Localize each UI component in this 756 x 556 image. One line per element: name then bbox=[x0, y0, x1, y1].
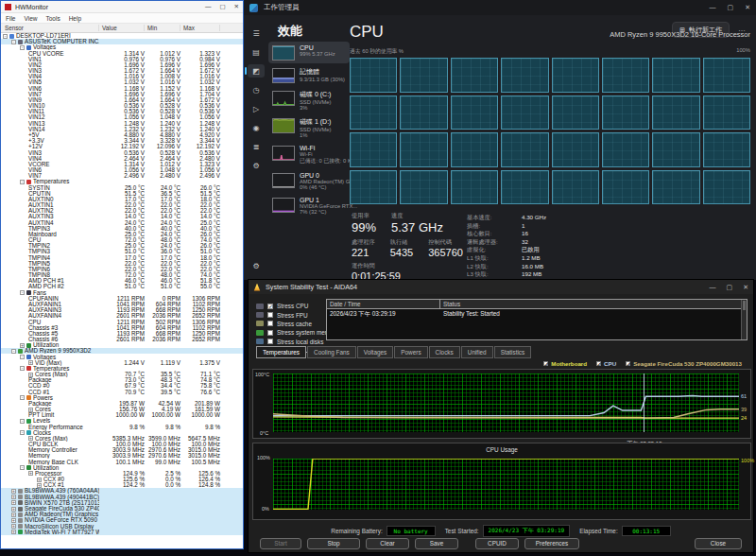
expand-icon[interactable]: + bbox=[11, 495, 16, 499]
expand-icon[interactable]: + bbox=[11, 500, 16, 505]
performance-sidebar: CPU99% 5.37 GHz記憶體9.3/31.3 GB (30%)磁碟 0 … bbox=[268, 42, 350, 218]
expand-icon[interactable]: + bbox=[28, 436, 33, 441]
tab-statistics[interactable]: Statistics bbox=[494, 346, 532, 358]
checkbox-icon[interactable] bbox=[267, 312, 273, 318]
device-row[interactable]: +MediaTek Wi-Fi 7 MT7927 Wireless LAN Ca… bbox=[1, 530, 243, 535]
log-row[interactable]: 2026/4/23 下午 03:29:19Stability Test: Sta… bbox=[327, 309, 747, 318]
expand-icon[interactable]: + bbox=[28, 471, 33, 476]
sensor-row[interactable]: VIN72.496 V2.480 V2.496 V bbox=[1, 173, 243, 179]
processes-icon[interactable]: ▤ bbox=[248, 45, 265, 59]
expand-icon[interactable]: + bbox=[11, 507, 16, 512]
tab-voltages[interactable]: Voltages bbox=[357, 346, 394, 358]
menu-icon[interactable]: ☰ bbox=[248, 26, 265, 40]
sidebar-item-wi-fi[interactable]: Wi-FiWi-Fi已傳送: 0 已接收: 0 Kbps bbox=[268, 142, 350, 168]
expand-icon[interactable]: + bbox=[11, 530, 16, 534]
preferences-button[interactable]: Preferences bbox=[524, 538, 579, 549]
cpuid-button[interactable]: CPUID bbox=[475, 538, 519, 549]
sensor-row[interactable]: PPT Limit1000.00 W1000.00 W1000.00 W bbox=[1, 412, 243, 418]
sensor-row[interactable]: CCD #170.9 °C39.5 °C76.6 °C bbox=[1, 389, 243, 394]
column-sensor[interactable]: Sensor bbox=[1, 25, 99, 31]
expand-icon[interactable]: + bbox=[11, 513, 16, 517]
expand-icon[interactable]: + bbox=[28, 408, 33, 412]
sidebar-item-gpu-1[interactable]: GPU 1NVIDIA GeForce RTX...7% (32 °C) bbox=[268, 194, 350, 217]
log-scrollbar[interactable] bbox=[741, 300, 747, 339]
clear-button[interactable]: Clear bbox=[366, 538, 409, 549]
collapse-icon[interactable]: - bbox=[11, 349, 16, 354]
column-min[interactable]: Min bbox=[145, 25, 180, 31]
tab-cooling-fans[interactable]: Cooling Fans bbox=[307, 346, 356, 358]
stat-value: 365760 bbox=[428, 247, 463, 258]
sidebar-item--[interactable]: 記憶體9.3/31.3 GB (30%) bbox=[268, 64, 350, 86]
app-history-icon[interactable]: ◷ bbox=[248, 83, 265, 96]
column-value[interactable]: Value bbox=[99, 25, 145, 31]
collapse-icon[interactable]: - bbox=[20, 45, 25, 50]
max-cell: 2.496 V bbox=[180, 173, 220, 179]
expand-icon[interactable]: + bbox=[28, 360, 33, 365]
expand-icon[interactable]: + bbox=[20, 343, 25, 348]
collapse-icon[interactable]: - bbox=[20, 366, 25, 371]
details-icon[interactable]: ≣ bbox=[248, 140, 265, 153]
checkbox-icon[interactable] bbox=[267, 330, 273, 336]
collapse-icon[interactable]: - bbox=[11, 40, 16, 44]
services-icon[interactable]: ⚙ bbox=[248, 159, 265, 172]
checkbox-icon[interactable] bbox=[267, 339, 273, 344]
menu-item-view[interactable]: View bbox=[24, 15, 37, 22]
expand-icon[interactable]: + bbox=[37, 478, 42, 482]
expand-icon[interactable]: + bbox=[11, 489, 16, 494]
minimize-icon[interactable]: — bbox=[710, 4, 716, 11]
settings-icon[interactable]: ⚙ bbox=[248, 259, 265, 272]
expand-icon[interactable]: + bbox=[11, 518, 16, 523]
performance-icon[interactable]: ◩ bbox=[248, 64, 265, 78]
tab-unified[interactable]: Unified bbox=[461, 346, 493, 358]
tab-temperatures[interactable]: Temperatures bbox=[256, 346, 306, 358]
minimize-icon[interactable]: — bbox=[710, 284, 716, 291]
sensor-row[interactable]: Energy Performance9.8 %9.8 %9.8 % bbox=[1, 425, 243, 430]
menu-item-tools[interactable]: Tools bbox=[45, 15, 60, 22]
users-icon[interactable]: ◉ bbox=[248, 121, 265, 134]
menu-item-help[interactable]: Help bbox=[69, 15, 81, 22]
expand-icon[interactable]: + bbox=[28, 373, 33, 377]
menu-item-file[interactable]: File bbox=[6, 15, 15, 22]
sensor-row[interactable]: Memory Base CLK100.1 MHz99.0 MHz100.5 MH… bbox=[1, 460, 243, 465]
sidebar-item-gpu-0[interactable]: GPU 0AMD Radeon(TM) Gr...0% (46 °C) bbox=[268, 169, 350, 193]
legend-checkbox-icon[interactable]: ✓ bbox=[596, 361, 601, 366]
expand-icon[interactable]: + bbox=[11, 524, 16, 529]
sidebar-item--1-d-[interactable]: 磁碟 1 (D:)SSD (NVMe)1% bbox=[268, 114, 350, 141]
legend-checkbox-icon[interactable]: ✓ bbox=[626, 361, 630, 366]
checkbox-checked-icon[interactable]: ✓ bbox=[267, 304, 273, 309]
sensor-row[interactable]: +VID (Max)1.244 V1.119 V1.375 V bbox=[1, 360, 243, 366]
close-icon[interactable]: ✕ bbox=[743, 284, 748, 291]
sensor-name: VIN9 bbox=[28, 97, 42, 103]
maximize-icon[interactable]: ▢ bbox=[219, 3, 225, 10]
close-button[interactable]: Close bbox=[695, 538, 742, 549]
collapse-icon[interactable]: - bbox=[20, 355, 25, 359]
startup-apps-icon[interactable]: ▷ bbox=[248, 102, 265, 115]
expand-icon[interactable]: + bbox=[37, 483, 42, 488]
sidebar-item-cpu[interactable]: CPU99% 5.37 GHz bbox=[268, 42, 350, 63]
collapse-icon[interactable]: - bbox=[3, 34, 8, 39]
tab-clocks[interactable]: Clocks bbox=[429, 346, 460, 358]
maximize-icon[interactable]: ▢ bbox=[728, 4, 734, 11]
collapse-icon[interactable]: - bbox=[20, 419, 25, 424]
close-icon[interactable]: ✕ bbox=[234, 3, 239, 10]
collapse-icon[interactable]: - bbox=[20, 180, 25, 184]
sensor-name-cell: +MediaTek Wi-Fi 7 MT7927 Wireless LAN Ca… bbox=[1, 530, 99, 535]
collapse-icon[interactable]: - bbox=[20, 430, 25, 435]
collapse-icon[interactable]: - bbox=[20, 465, 25, 470]
sensor-row[interactable]: Chassis #62601 RPM2036 RPM2652 RPM bbox=[1, 337, 243, 342]
save-button[interactable]: Save bbox=[415, 538, 458, 549]
maximize-icon[interactable]: ▢ bbox=[727, 284, 733, 291]
sidebar-item--0-c-[interactable]: 磁碟 0 (C:)SSD (NVMe)3% bbox=[268, 87, 350, 113]
minimize-icon[interactable]: — bbox=[205, 3, 212, 10]
legend-checkbox-icon[interactable]: ✓ bbox=[543, 361, 548, 366]
collapse-icon[interactable]: - bbox=[20, 395, 25, 400]
column-max[interactable]: Max bbox=[180, 25, 220, 31]
close-icon[interactable]: ✕ bbox=[745, 4, 750, 11]
collapse-icon[interactable]: - bbox=[20, 290, 25, 295]
start-button[interactable]: Start bbox=[260, 538, 301, 549]
tab-powers[interactable]: Powers bbox=[394, 346, 427, 358]
sensor-row[interactable]: AMD PCH #251.0 °C51.0 °C55.0 °C bbox=[1, 284, 243, 289]
checkbox-icon[interactable] bbox=[267, 321, 273, 326]
stop-button[interactable]: Stop bbox=[307, 538, 360, 549]
sensor-row[interactable]: +CCX #1124.2 %0.0 %124.8 % bbox=[1, 482, 243, 488]
